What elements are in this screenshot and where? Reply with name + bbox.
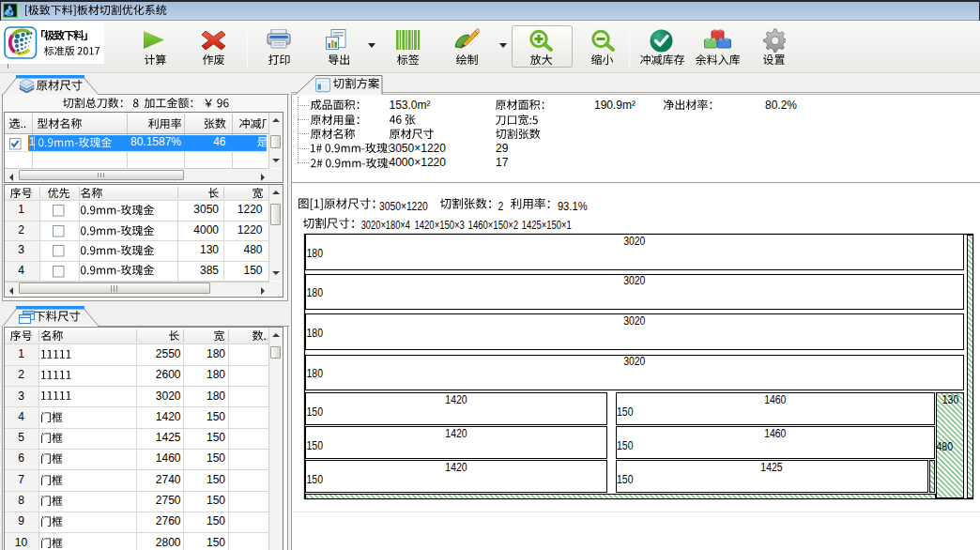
svg-text:1420: 1420 [445,392,467,406]
svg-text:180: 180 [307,366,324,380]
svg-text:1420×150×3: 1420×150×3 [415,218,465,232]
svg-text:3020×180×4: 3020×180×4 [361,218,410,232]
svg-text:150: 150 [307,472,324,486]
svg-text:3020: 3020 [623,354,645,368]
svg-text:3020: 3020 [623,234,645,248]
svg-text:150: 150 [307,405,324,419]
svg-text:150: 150 [617,438,634,452]
svg-text:180: 180 [307,246,324,260]
svg-text:3020: 3020 [623,273,645,287]
svg-text:1425×150×1: 1425×150×1 [522,218,572,232]
svg-text:3050×1220: 3050×1220 [379,199,428,213]
svg-text:1460: 1460 [764,392,786,406]
svg-text:150: 150 [617,405,634,419]
svg-text:480: 480 [937,439,954,453]
svg-text:1420: 1420 [445,460,467,474]
svg-text:1425: 1425 [760,460,782,474]
svg-text:3020: 3020 [623,313,645,328]
svg-text:1420: 1420 [445,426,467,440]
svg-text:150: 150 [307,438,324,452]
svg-text:130: 130 [942,392,959,406]
svg-text:93.1%: 93.1% [558,199,588,213]
svg-text:1460: 1460 [764,426,786,440]
svg-text:180: 180 [307,326,324,340]
svg-text:2: 2 [498,199,503,213]
svg-text:180: 180 [307,285,324,299]
svg-text:1460×150×2: 1460×150×2 [468,218,518,232]
svg-text:150: 150 [617,472,634,486]
